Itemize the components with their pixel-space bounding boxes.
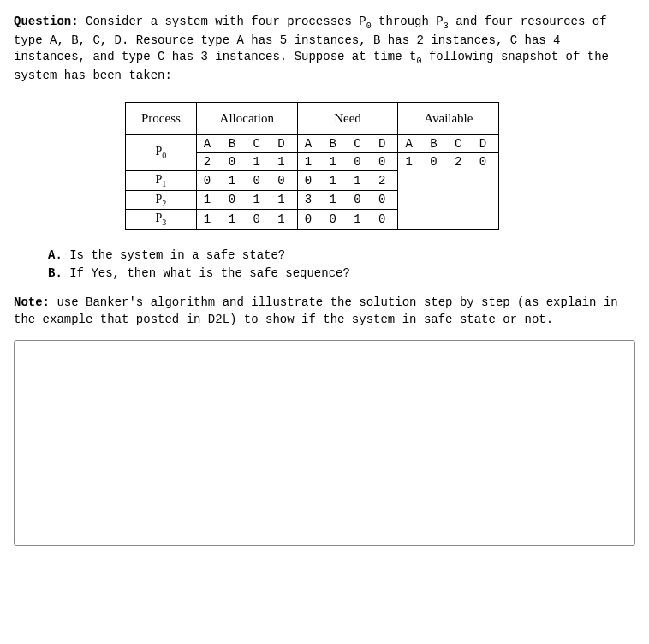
sub-question-a: A. Is the system in a safe state? (48, 247, 635, 265)
note-paragraph: Note: use Banker's algorithm and illustr… (14, 295, 635, 328)
col-labels-avail: A B C D (398, 134, 499, 152)
process-cell: P2 (126, 190, 197, 210)
header-need: Need (297, 102, 398, 134)
resource-table-container: Process Allocation Need Available P0 A B… (125, 102, 635, 230)
sub-a-label: A. (48, 248, 63, 262)
avail-row-0: 1 0 2 0 (398, 152, 499, 229)
sub-b-label: B. (48, 266, 63, 280)
process-sub-3: 3 (162, 218, 166, 227)
alloc-row-1: 0 1 0 0 (196, 170, 297, 190)
answer-textarea[interactable] (14, 340, 635, 546)
sub-b-text: If Yes, then what is the safe sequence? (63, 266, 350, 280)
header-process: Process (126, 102, 197, 134)
process-sub-2: 2 (162, 198, 166, 207)
question-paragraph: Question: Consider a system with four pr… (14, 14, 635, 85)
col-labels-need: A B C D (297, 134, 398, 152)
alloc-row-2: 1 0 1 1 (196, 190, 297, 210)
header-allocation: Allocation (196, 102, 297, 134)
sub-question-b: B. If Yes, then what is the safe sequenc… (48, 265, 635, 283)
sub-a-text: Is the system in a safe state? (63, 248, 285, 262)
sub-questions: A. Is the system in a safe state? B. If … (48, 247, 635, 283)
process-sub-1: 1 (162, 179, 166, 188)
need-row-2: 3 1 0 0 (297, 190, 398, 210)
col-labels-alloc: A B C D (196, 134, 297, 152)
note-text: use Banker's algorithm and illustrate th… (14, 295, 618, 326)
note-label: Note: (14, 295, 50, 309)
resource-table: Process Allocation Need Available P0 A B… (125, 102, 499, 230)
alloc-row-0: 2 0 1 1 (196, 152, 297, 170)
question-body-1c: and four resources (449, 15, 586, 28)
process-sub-0: 0 (162, 151, 166, 160)
process-cell: P0 (126, 134, 197, 170)
question-body-1: Consider a system with four processes P (79, 15, 366, 28)
alloc-row-3: 1 1 0 1 (196, 210, 297, 230)
process-cell: P1 (126, 170, 197, 190)
need-row-1: 0 1 1 2 (297, 170, 398, 190)
need-row-0: 1 1 0 0 (297, 152, 398, 170)
process-cell: P3 (126, 210, 197, 230)
question-body-1b: through P (372, 15, 444, 28)
header-available: Available (398, 102, 499, 134)
need-row-3: 0 0 1 0 (297, 210, 398, 230)
question-label: Question: (14, 15, 79, 28)
